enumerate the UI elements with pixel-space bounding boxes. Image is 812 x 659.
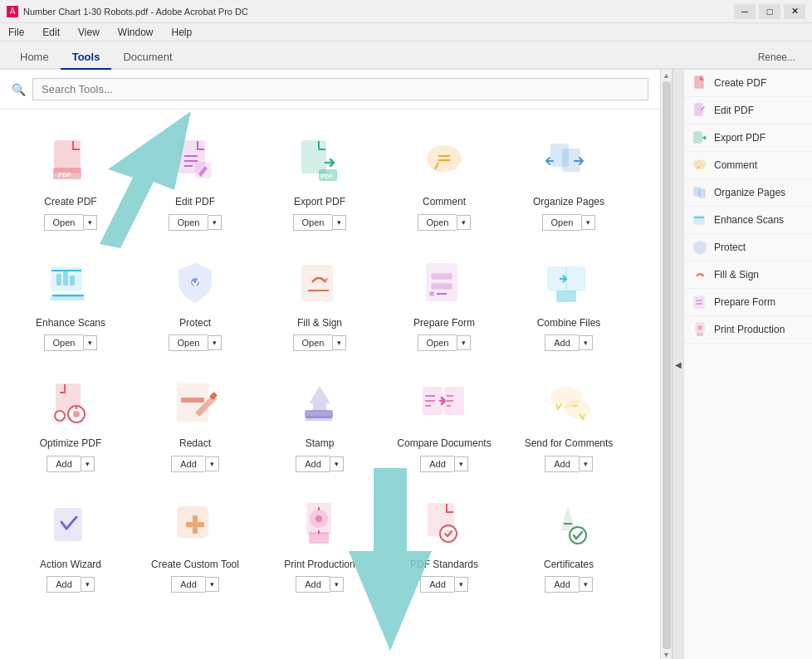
window-controls: ─ □ ✕ [734,4,805,19]
right-panel: Create PDF Edit PDF Export PDF Comment O… [683,70,812,659]
menu-edit[interactable]: Edit [39,27,63,38]
tool-open-button-organize-pages[interactable]: Open [542,214,582,231]
tool-dropdown-button-protect[interactable]: ▾ [208,335,222,350]
right-panel-item-prepare-form[interactable]: Prepare Form [684,289,812,316]
menu-file[interactable]: File [5,27,27,38]
tool-name-protect: Protect [179,317,211,330]
tool-dropdown-button-create-custom-tool[interactable]: ▾ [205,577,219,592]
svg-point-44 [566,401,589,417]
tool-dropdown-button-pdf-standards[interactable]: ▾ [454,577,468,592]
right-panel-icon-create-pdf [692,76,707,90]
tool-open-button-fill-sign[interactable]: Open [293,334,333,351]
right-panel-item-organize-pages[interactable]: Organize Pages [684,179,812,207]
right-panel-icon-fill-sign [692,267,707,282]
tool-open-button-combine-files[interactable]: Add [545,334,579,351]
right-panel-item-create-pdf[interactable]: Create PDF [684,70,812,97]
menu-view[interactable]: View [75,27,103,38]
tool-open-button-optimize-pdf[interactable]: Add [46,456,81,472]
tool-open-button-create-pdf[interactable]: Open [44,214,84,231]
svg-point-61 [694,160,706,168]
tool-dropdown-button-redact[interactable]: ▾ [205,456,219,471]
tool-card-pdf-standards: PDF Standards Add ▾ [390,486,498,600]
svg-rect-70 [697,333,703,336]
tool-dropdown-button-prepare-form[interactable]: ▾ [457,335,471,350]
tool-open-button-pdf-standards[interactable]: Add [420,576,454,593]
tool-open-button-enhance-scans[interactable]: Open [44,334,84,351]
right-panel-item-print-production[interactable]: Print Production [684,316,812,344]
tab-home[interactable]: Home [8,46,61,70]
tool-card-create-custom-tool: Create Custom Tool Add ▾ [141,486,249,600]
tool-dropdown-button-optimize-pdf[interactable]: ▾ [81,456,95,471]
tool-name-comment: Comment [423,196,466,209]
tool-card-print-production: Print Production Add ▾ [266,486,374,600]
right-panel-item-export-pdf[interactable]: Export PDF [684,124,812,152]
tool-open-button-certificates[interactable]: Add [545,576,579,593]
tool-dropdown-button-enhance-scans[interactable]: ▾ [83,335,97,350]
svg-rect-29 [566,267,585,290]
tool-btn-group-enhance-scans: Open ▾ [44,334,98,351]
tool-open-button-create-custom-tool[interactable]: Add [171,576,205,593]
tab-tools[interactable]: Tools [61,46,112,70]
tool-open-button-send-for-comments[interactable]: Add [545,456,579,472]
right-panel-label-protect: Protect [714,242,746,253]
tool-open-button-print-production[interactable]: Add [296,576,330,593]
tool-dropdown-button-export-pdf[interactable]: ▾ [332,215,346,230]
tool-name-pdf-standards: PDF Standards [410,559,478,572]
right-panel-item-enhance-scans[interactable]: Enhance Scans [684,207,812,234]
tool-btn-group-certificates: Add ▾ [545,576,593,593]
tool-open-button-prepare-form[interactable]: Open [418,334,457,351]
tool-dropdown-button-edit-pdf[interactable]: ▾ [208,215,222,230]
search-input[interactable] [32,78,648,100]
tool-card-compare-documents: Compare Documents Add ▾ [390,364,498,479]
scrollbar[interactable]: ▲ ▼ [660,70,672,659]
tool-dropdown-button-create-pdf[interactable]: ▾ [83,215,97,230]
tool-btn-group-prepare-form: Open ▾ [418,334,472,351]
tool-dropdown-button-compare-documents[interactable]: ▾ [454,456,468,471]
tool-btn-group-create-pdf: Open ▾ [44,214,98,231]
svg-text:PDF: PDF [320,173,333,180]
right-panel-item-comment[interactable]: Comment [684,152,812,179]
close-button[interactable]: ✕ [784,4,805,19]
menu-help[interactable]: Help [169,27,196,38]
tool-card-comment: Comment Open ▾ [390,123,498,237]
tool-dropdown-button-certificates[interactable]: ▾ [579,577,593,592]
tab-document[interactable]: Document [111,46,183,70]
right-panel-icon-print-production [692,322,707,337]
tool-dropdown-button-combine-files[interactable]: ▾ [579,335,593,350]
tool-dropdown-button-send-for-comments[interactable]: ▾ [579,456,593,471]
tool-open-button-compare-documents[interactable]: Add [420,456,454,472]
svg-rect-18 [63,271,68,286]
menu-window[interactable]: Window [115,27,157,38]
tool-dropdown-button-print-production[interactable]: ▾ [330,577,344,592]
tool-open-button-export-pdf[interactable]: Open [293,214,333,231]
tool-open-button-comment[interactable]: Open [418,214,457,231]
tool-icon-protect [166,254,224,312]
tool-open-button-edit-pdf[interactable]: Open [169,214,208,231]
right-panel-item-fill-sign[interactable]: Fill & Sign [684,261,812,289]
panel-collapse-button[interactable]: ◀ [672,70,683,659]
tool-btn-group-action-wizard: Add ▾ [46,576,95,593]
svg-point-26 [429,291,434,296]
minimize-button[interactable]: ─ [734,4,756,19]
tool-name-fill-sign: Fill & Sign [297,317,342,330]
app-icon: A [7,6,18,17]
tool-dropdown-button-fill-sign[interactable]: ▾ [332,335,346,350]
tool-card-prepare-form: Prepare Form Open ▾ [390,244,498,359]
right-panel-item-protect[interactable]: Protect [684,234,812,261]
tool-dropdown-button-organize-pages[interactable]: ▾ [581,215,595,230]
tool-open-button-protect[interactable]: Open [169,334,208,351]
tool-open-button-action-wizard[interactable]: Add [46,576,81,593]
tool-dropdown-button-action-wizard[interactable]: ▾ [81,577,95,592]
tool-card-stamp: Stamp Add ▾ [266,364,374,479]
tool-dropdown-button-stamp[interactable]: ▾ [330,456,344,471]
tool-dropdown-button-comment[interactable]: ▾ [457,215,471,230]
tool-icon-export-pdf: PDF [291,133,349,191]
svg-rect-25 [432,284,452,289]
svg-rect-51 [309,532,329,544]
search-bar: 🔍 [0,70,660,110]
right-panel-item-edit-pdf[interactable]: Edit PDF [684,97,812,124]
tool-open-button-redact[interactable]: Add [171,456,205,472]
tool-open-button-stamp[interactable]: Add [296,456,330,472]
tool-btn-group-send-for-comments: Add ▾ [545,456,593,472]
maximize-button[interactable]: □ [759,4,780,19]
